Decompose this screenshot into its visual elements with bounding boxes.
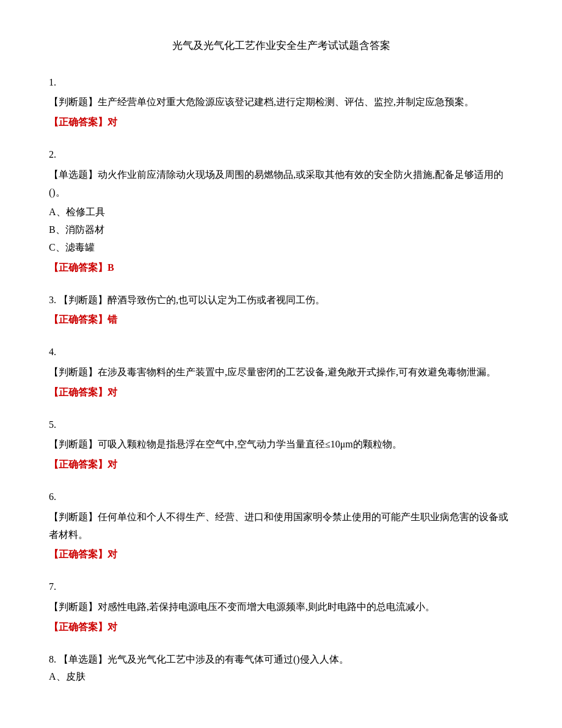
question-text: 【判断题】对感性电路,若保持电源电压不变而增大电源频率,则此时电路中的总电流减小…	[49, 598, 513, 616]
question-text: 【判断题】在涉及毒害物料的生产装置中,应尽量密闭的工艺设备,避免敞开式操作,可有…	[49, 364, 513, 381]
question-answer: 【正确答案】B	[49, 259, 513, 277]
question-option: A、检修工具	[49, 204, 513, 221]
question-text: 【单选题】光气及光气化工艺中涉及的有毒气体可通过()侵入人体。	[59, 654, 349, 664]
question-text: 【单选题】动火作业前应清除动火现场及周围的易燃物品,或采取其他有效的安全防火措施…	[49, 166, 513, 202]
question-block: 8. 【单选题】光气及光气化工艺中涉及的有毒气体可通过()侵入人体。A、皮肤	[49, 651, 513, 686]
question-number: 5.	[49, 416, 513, 434]
question-block: 2.【单选题】动火作业前应清除动火现场及周围的易燃物品,或采取其他有效的安全防火…	[49, 146, 513, 277]
question-answer: 【正确答案】对	[49, 546, 513, 564]
question-text: 【判断题】生产经营单位对重大危险源应该登记建档,进行定期检测、评估、监控,并制定…	[49, 94, 513, 111]
question-text: 【判断题】任何单位和个人不得生产、经营、进口和使用国家明令禁止使用的可能产生职业…	[49, 509, 513, 544]
page-title: 光气及光气化工艺作业安全生产考试试题含答案	[49, 37, 513, 56]
question-answer: 【正确答案】对	[49, 619, 513, 636]
question-block: 4.【判断题】在涉及毒害物料的生产装置中,应尽量密闭的工艺设备,避免敞开式操作,…	[49, 344, 513, 401]
question-option: B、消防器材	[49, 221, 513, 239]
question-number: 8.	[49, 654, 59, 664]
question-block: 7.【判断题】对感性电路,若保持电源电压不变而增大电源频率,则此时电路中的总电流…	[49, 578, 513, 636]
question-block: 3. 【判断题】醉酒导致伤亡的,也可以认定为工伤或者视同工伤。【正确答案】错	[49, 292, 513, 329]
question-option: C、滤毒罐	[49, 239, 513, 257]
question-number: 4.	[49, 344, 513, 361]
question-number: 3.	[49, 295, 59, 305]
question-answer: 【正确答案】对	[49, 456, 513, 474]
question-number: 6.	[49, 488, 513, 506]
question-number: 7.	[49, 578, 513, 596]
question-text: 【判断题】醉酒导致伤亡的,也可以认定为工伤或者视同工伤。	[59, 295, 325, 305]
question-text: 【判断题】可吸入颗粒物是指悬浮在空气中,空气动力学当量直径≤10μm的颗粒物。	[49, 436, 513, 454]
question-answer: 【正确答案】对	[49, 384, 513, 402]
question-answer: 【正确答案】对	[49, 114, 513, 131]
question-option: A、皮肤	[49, 668, 513, 686]
question-block: 6.【判断题】任何单位和个人不得生产、经营、进口和使用国家明令禁止使用的可能产生…	[49, 488, 513, 564]
question-answer: 【正确答案】错	[49, 311, 513, 329]
question-block: 5.【判断题】可吸入颗粒物是指悬浮在空气中,空气动力学当量直径≤10μm的颗粒物…	[49, 416, 513, 474]
question-block: 1.【判断题】生产经营单位对重大危险源应该登记建档,进行定期检测、评估、监控,并…	[49, 74, 513, 131]
question-number: 1.	[49, 74, 513, 92]
question-number: 2.	[49, 146, 513, 164]
